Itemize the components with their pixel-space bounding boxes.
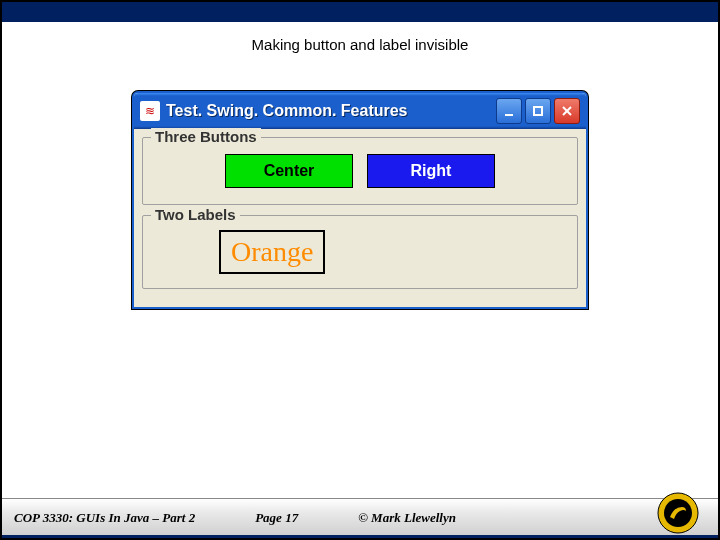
maximize-button[interactable]	[525, 98, 551, 124]
window-controls	[496, 98, 580, 124]
svg-point-5	[664, 499, 692, 527]
button-row: Center Right	[151, 148, 569, 194]
center-button[interactable]: Center	[225, 154, 353, 188]
maximize-icon	[531, 104, 545, 118]
pegasus-icon	[656, 491, 700, 535]
close-icon	[560, 104, 574, 118]
slide: Making button and label invisible ≋ Test…	[0, 0, 720, 540]
java-icon: ≋	[140, 101, 160, 121]
labels-row: Orange	[151, 226, 569, 278]
svg-rect-1	[534, 107, 542, 115]
titlebar[interactable]: ≋ Test. Swing. Common. Features	[134, 93, 586, 129]
footer-page: Page 17	[255, 510, 298, 526]
ucf-logo	[656, 491, 700, 535]
slide-footer: COP 3330: GUIs In Java – Part 2 Page 17 …	[2, 498, 718, 538]
orange-label: Orange	[219, 230, 325, 274]
slide-top-accent	[2, 2, 718, 22]
slide-content: ≋ Test. Swing. Common. Features Th	[2, 61, 718, 498]
window-client-area: Three Buttons Center Right Two Labels Or…	[134, 129, 586, 307]
two-labels-panel: Two Labels Orange	[142, 215, 578, 289]
close-button[interactable]	[554, 98, 580, 124]
three-buttons-legend: Three Buttons	[151, 128, 261, 145]
two-labels-legend: Two Labels	[151, 206, 240, 223]
right-button[interactable]: Right	[367, 154, 495, 188]
minimize-button[interactable]	[496, 98, 522, 124]
three-buttons-panel: Three Buttons Center Right	[142, 137, 578, 205]
swing-window: ≋ Test. Swing. Common. Features Th	[132, 91, 588, 309]
footer-course: COP 3330: GUIs In Java – Part 2	[14, 510, 195, 526]
slide-caption: Making button and label invisible	[2, 22, 718, 61]
footer-copyright: © Mark Llewellyn	[358, 510, 456, 526]
minimize-icon	[502, 104, 516, 118]
window-title: Test. Swing. Common. Features	[166, 102, 490, 120]
